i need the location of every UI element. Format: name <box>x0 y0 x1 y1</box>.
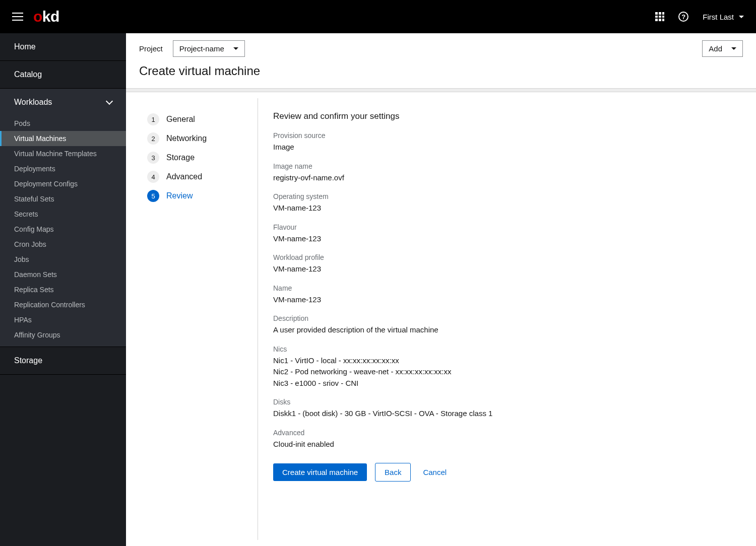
user-menu[interactable]: First Last <box>703 13 744 21</box>
wizard-step[interactable]: 5Review <box>147 190 247 202</box>
topbar: okd ? First Last <box>0 0 756 33</box>
field-value: Nic1 - VirtIO - local - xx:xx:xx:xx:xx:x… <box>273 355 735 389</box>
add-label: Add <box>709 44 722 53</box>
main-content: Project Project-name Add Create virtual … <box>126 33 756 546</box>
page-title: Create virtual machine <box>126 64 756 88</box>
field-value: Image <box>273 142 735 153</box>
field-operating-system: Operating system VM-name-123 <box>273 192 735 214</box>
wizard-steps: 1General2Networking3Storage4Advanced5Rev… <box>132 98 258 540</box>
project-dropdown[interactable]: Project-name <box>173 40 245 57</box>
sidebar-section-label: Workloads <box>14 98 52 107</box>
caret-down-icon <box>739 16 744 18</box>
field-value: VM-name-123 <box>273 263 735 275</box>
field-image-name: Image name registry-ovf-name.ovf <box>273 162 735 184</box>
wizard-actions: Create virtual machine Back Cancel <box>273 463 735 482</box>
sidebar-workloads-submenu: PodsVirtual MachinesVirtual Machine Temp… <box>0 116 126 347</box>
field-description: Description A user provided description … <box>273 314 735 336</box>
wizard-step[interactable]: 1General <box>147 113 247 125</box>
field-label: Operating system <box>273 192 735 200</box>
cancel-button[interactable]: Cancel <box>419 463 451 481</box>
step-label: Storage <box>166 153 195 162</box>
field-flavour: Flavour VM-name-123 <box>273 223 735 245</box>
field-disks: Disks Diskk1 - (boot disk) - 30 GB - Vir… <box>273 398 735 420</box>
field-nics: Nics Nic1 - VirtIO - local - xx:xx:xx:xx… <box>273 345 735 389</box>
step-number: 5 <box>147 190 159 202</box>
wizard-panel: 1General2Networking3Storage4Advanced5Rev… <box>132 98 750 540</box>
sidebar-sub-item[interactable]: Replica Sets <box>0 282 126 297</box>
sidebar-sub-item[interactable]: Daemon Sets <box>0 267 126 282</box>
sidebar: Home Catalog Workloads PodsVirtual Machi… <box>0 33 126 546</box>
step-label: Networking <box>166 134 207 143</box>
step-number: 1 <box>147 113 159 125</box>
field-value: Cloud-init enabled <box>273 439 735 450</box>
field-label: Name <box>273 284 735 292</box>
field-label: Nics <box>273 345 735 353</box>
add-dropdown[interactable]: Add <box>702 40 743 57</box>
sidebar-item-home[interactable]: Home <box>0 33 126 61</box>
sidebar-sub-item[interactable]: Stateful Sets <box>0 191 126 207</box>
field-label: Description <box>273 314 735 322</box>
help-icon[interactable]: ? <box>678 12 688 22</box>
sidebar-sub-item[interactable]: Deployments <box>0 161 126 176</box>
field-value: registry-ovf-name.ovf <box>273 172 735 184</box>
caret-down-icon <box>233 47 238 50</box>
user-name: First Last <box>703 13 734 21</box>
field-label: Image name <box>273 162 735 170</box>
field-label: Workload profile <box>273 253 735 261</box>
field-advanced: Advanced Cloud-init enabled <box>273 429 735 450</box>
apps-grid-icon[interactable] <box>655 12 664 21</box>
step-number: 2 <box>147 132 159 145</box>
hamburger-menu-icon[interactable] <box>12 11 23 23</box>
step-label: Review <box>166 191 193 200</box>
toolbar: Project Project-name Add <box>126 33 756 64</box>
sidebar-sub-item[interactable]: HPAs <box>0 312 126 327</box>
sidebar-section-workloads[interactable]: Workloads <box>0 89 126 116</box>
sidebar-sub-item[interactable]: Deployment Configs <box>0 176 126 191</box>
field-value: VM-name-123 <box>273 202 735 214</box>
sidebar-sub-item[interactable]: Cron Jobs <box>0 237 126 252</box>
step-label: Advanced <box>166 172 202 181</box>
logo-o: o <box>33 8 42 25</box>
field-value: Diskk1 - (boot disk) - 30 GB - VirtIO-SC… <box>273 408 735 420</box>
field-value: VM-name-123 <box>273 294 735 306</box>
sidebar-sub-item[interactable]: Virtual Machine Templates <box>0 146 126 161</box>
sidebar-sub-item[interactable]: Jobs <box>0 252 126 267</box>
review-pane: Review and confirm your settings Provisi… <box>258 98 750 540</box>
chevron-down-icon <box>106 98 113 105</box>
step-number: 4 <box>147 171 159 183</box>
sidebar-sub-item[interactable]: Pods <box>0 116 126 131</box>
field-provision-source: Provision source Image <box>273 131 735 153</box>
caret-down-icon <box>731 47 736 50</box>
sidebar-sub-item[interactable]: Secrets <box>0 207 126 222</box>
wizard-step[interactable]: 2Networking <box>147 132 247 145</box>
sidebar-item-storage[interactable]: Storage <box>0 347 126 375</box>
back-button[interactable]: Back <box>375 463 411 482</box>
project-label: Project <box>139 44 163 53</box>
field-label: Flavour <box>273 223 735 231</box>
nic-line: Nic3 - e1000 - sriov - CNI <box>273 378 735 389</box>
field-label: Provision source <box>273 131 735 140</box>
wizard-step[interactable]: 3Storage <box>147 152 247 164</box>
sidebar-item-catalog[interactable]: Catalog <box>0 61 126 89</box>
project-selected: Project-name <box>179 44 224 53</box>
disk-line: Diskk1 - (boot disk) - 30 GB - VirtIO-SC… <box>273 408 735 420</box>
sidebar-sub-item[interactable]: Affinity Groups <box>0 327 126 343</box>
field-value: A user provided description of the virtu… <box>273 324 735 336</box>
step-label: General <box>166 115 195 124</box>
sidebar-sub-item[interactable]: Config Maps <box>0 222 126 237</box>
field-value: VM-name-123 <box>273 233 735 245</box>
review-title: Review and confirm your settings <box>273 111 735 121</box>
wizard-step[interactable]: 4Advanced <box>147 171 247 183</box>
field-label: Advanced <box>273 429 735 437</box>
logo-kd: kd <box>42 8 59 25</box>
field-label: Disks <box>273 398 735 406</box>
field-name: Name VM-name-123 <box>273 284 735 306</box>
sidebar-sub-item[interactable]: Replication Controllers <box>0 297 126 312</box>
step-number: 3 <box>147 152 159 164</box>
nic-line: Nic1 - VirtIO - local - xx:xx:xx:xx:xx:x… <box>273 355 735 367</box>
logo[interactable]: okd <box>33 8 59 25</box>
create-vm-button[interactable]: Create virtual machine <box>273 463 367 481</box>
sidebar-sub-item[interactable]: Virtual Machines <box>0 131 126 146</box>
nic-line: Nic2 - Pod networking - weave-net - xx:x… <box>273 366 735 378</box>
field-workload-profile: Workload profile VM-name-123 <box>273 253 735 275</box>
